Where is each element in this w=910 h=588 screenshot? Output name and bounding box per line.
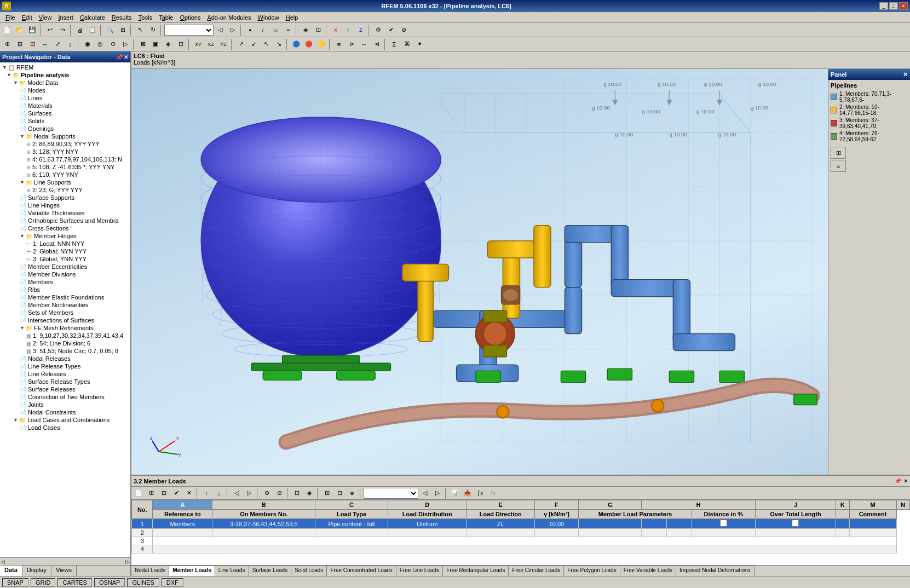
tree-item-memberdivisions[interactable]: 📄 Member Divisions: [0, 270, 130, 278]
tree-item-solids[interactable]: 📄 Solids: [0, 117, 130, 125]
bottom-pin[interactable]: 📌: [895, 478, 901, 484]
tree-item-nodes[interactable]: 📄 Nodes: [0, 87, 130, 94]
tb2-4[interactable]: ↔: [39, 38, 51, 50]
tt-btn13[interactable]: ◈: [303, 487, 315, 499]
tree-item-nodalconstraints[interactable]: 📄 Nodal Constraints: [0, 408, 130, 416]
tree-item-fem3[interactable]: ▦ 3: 51,53; Node Circ; 0.7; 0.05; 0: [0, 347, 130, 355]
tb-zoom[interactable]: 🔍: [104, 24, 116, 36]
tab-nodal-loads[interactable]: Nodal Loads: [131, 566, 169, 576]
tb-next[interactable]: ▷: [227, 24, 239, 36]
tb2-1[interactable]: ⊕: [1, 38, 13, 50]
maximize-btn[interactable]: □: [889, 2, 898, 10]
tb-prev[interactable]: ◁: [214, 24, 226, 36]
tb-yaxis[interactable]: Y: [342, 24, 354, 36]
tb2-9[interactable]: ⊙: [107, 38, 119, 50]
table-row[interactable]: 2: [132, 529, 910, 537]
table-row[interactable]: 4: [132, 545, 910, 554]
tb-zoomfit[interactable]: ⊞: [117, 24, 129, 36]
bottom-close[interactable]: ✕: [903, 478, 908, 484]
nav-close[interactable]: ✕: [124, 54, 128, 60]
tb2-19[interactable]: ↙: [247, 38, 260, 50]
tree-item-setsofmembers[interactable]: 📄 Sets of Members: [0, 309, 130, 316]
tree-item-crosssections[interactable]: 📄 Cross-Sections: [0, 224, 130, 232]
status-snap[interactable]: SNAP: [2, 578, 28, 587]
tb2-5[interactable]: ⤢: [51, 38, 64, 50]
tree-item-membereccentricities[interactable]: 📄 Member Eccentricities: [0, 263, 130, 270]
tree-item-fem2[interactable]: ▦ 2: 54; Line Division; 6: [0, 339, 130, 347]
status-dxf[interactable]: DXF: [162, 578, 183, 587]
tree-item-surfacereleasetypes[interactable]: 📄 Surface Release Types: [0, 378, 130, 385]
tree-item-ns3[interactable]: ⊕ 4: 61,63,77,79,97,104,106,113; N: [0, 155, 130, 163]
tb2-16[interactable]: XZ: [205, 38, 217, 50]
status-cartes[interactable]: CARTES: [57, 578, 91, 587]
table-lc-combo[interactable]: LC6 - Fluid: [364, 488, 418, 499]
tree-item-openings[interactable]: 📄 Openings: [0, 125, 130, 132]
tb2-30[interactable]: ⌘: [401, 38, 413, 50]
tb-line[interactable]: /: [257, 24, 269, 36]
tree-item-varthick[interactable]: 📄 Variable Thicknesses: [0, 209, 130, 217]
menu-table[interactable]: Table: [155, 13, 176, 22]
distpct-check[interactable]: [720, 520, 727, 527]
panel-close-btn[interactable]: ✕: [903, 71, 908, 78]
tree-item-members[interactable]: 📄 Members: [0, 278, 130, 286]
tree-item-ns5[interactable]: ⊕ 6: 110; YYY YNY: [0, 171, 130, 178]
tt-btn11[interactable]: ⊘: [273, 487, 285, 499]
nav-pin[interactable]: 📌: [116, 54, 123, 60]
tb2-10[interactable]: ▷: [119, 38, 131, 50]
tb2-18[interactable]: ↗: [235, 38, 247, 50]
tt-btn14[interactable]: ⊞: [321, 487, 333, 499]
tt-formula[interactable]: ƒx: [474, 487, 486, 499]
tb2-28[interactable]: ⊲: [371, 38, 383, 50]
tb2-31[interactable]: ✦: [413, 38, 425, 50]
tb2-8[interactable]: ◎: [94, 38, 106, 50]
menu-edit[interactable]: Edit: [19, 13, 36, 22]
minimize-btn[interactable]: _: [879, 2, 888, 10]
tree-item-modeldata[interactable]: ▼ 📁 Model Data: [0, 79, 130, 87]
nav-scrollbar-h[interactable]: ◁ ▷: [0, 557, 130, 565]
tb-redo[interactable]: ↪: [56, 24, 68, 36]
tb2-17[interactable]: YZ: [217, 38, 229, 50]
tree-item-materials[interactable]: 📄 Materials: [0, 102, 130, 109]
menu-options[interactable]: Options: [176, 13, 204, 22]
tt-lc-prev[interactable]: ◁: [419, 487, 431, 499]
tree-item-surfacesupports[interactable]: 📄 Surface Supports: [0, 194, 130, 201]
tb2-6[interactable]: ↕: [64, 38, 76, 50]
tree-item-membernonlinear[interactable]: 📄 Member Nonlinearities: [0, 301, 130, 309]
tb2-2[interactable]: ⊞: [14, 38, 26, 50]
tb2-22[interactable]: 🔵: [290, 38, 302, 50]
tb-surface[interactable]: ▭: [269, 24, 281, 36]
table-row[interactable]: 3: [132, 537, 910, 545]
tree-item-femesh[interactable]: ▼ 📁 FE Mesh Refinements: [0, 324, 130, 332]
tt-btn2[interactable]: ⊞: [145, 487, 157, 499]
tab-free-line-loads[interactable]: Free Line Loads: [396, 566, 443, 576]
tree-item-ls1[interactable]: ⊕ 2: 23; G; YYY YYY: [0, 186, 130, 194]
tb2-14[interactable]: ⊡: [175, 38, 187, 50]
tab-free-circ-loads[interactable]: Free Circular Loads: [509, 566, 564, 576]
tb-node[interactable]: ●: [244, 24, 256, 36]
tab-free-rect-loads[interactable]: Free Rectangular Loads: [443, 566, 509, 576]
tab-member-loads[interactable]: Member Loads: [169, 566, 215, 576]
tb2-3[interactable]: ⊟: [26, 38, 38, 50]
tree-item-surfacereleases[interactable]: 📄 Surface Releases: [0, 385, 130, 393]
3d-canvas[interactable]: x y z: [131, 69, 828, 475]
nav-tab-data[interactable]: Data: [0, 566, 22, 576]
tt-btn6[interactable]: ↑: [200, 487, 212, 499]
tree-item-ns1[interactable]: ⊕ 2: 86,89,90,93; YYY YYY: [0, 140, 130, 148]
menu-insert[interactable]: Insert: [55, 13, 77, 22]
tree-item-ns4[interactable]: ⊕ 5: 108; Z -41.6335 *; YYY YNY: [0, 163, 130, 171]
nav-tab-views[interactable]: Views: [51, 566, 77, 576]
tt-btn7[interactable]: ↓: [213, 487, 225, 499]
tab-imposed-nodal[interactable]: Imposed Nodal Deformations: [676, 566, 755, 576]
table-row[interactable]: 1 Members 3-18,27-36,43,44,52,53,5 Pipe …: [132, 519, 910, 529]
tt-btn5[interactable]: ✕: [183, 487, 195, 499]
panel-btn-2[interactable]: ≡: [831, 160, 846, 172]
tree-item-mh1[interactable]: ⊢ 1: Local; NNN NYY: [0, 240, 130, 247]
menu-window[interactable]: Window: [255, 13, 283, 22]
tree-item-joints[interactable]: 📄 Joints: [0, 401, 130, 408]
nav-tab-display[interactable]: Display: [22, 566, 51, 576]
tree-item-rfem[interactable]: ▼ 📋 RFEM: [0, 64, 130, 71]
tree-item-linereleases[interactable]: 📄 Line Releases: [0, 370, 130, 378]
tree-item-memberelastic[interactable]: 📄 Member Elastic Foundations: [0, 293, 130, 301]
tb-wire[interactable]: ⊡: [312, 24, 324, 36]
tt-btn12[interactable]: ⊡: [291, 487, 303, 499]
